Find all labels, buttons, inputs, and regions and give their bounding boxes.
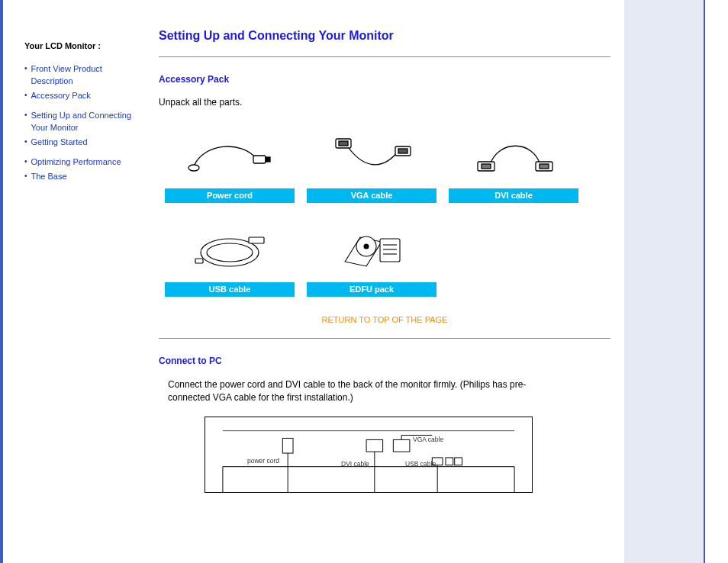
svg-rect-30 — [455, 458, 462, 465]
bullet-icon: • — [24, 171, 27, 182]
accessory-intro: Unpack all the parts. — [159, 97, 610, 108]
diagram-label-usb: USB cable — [405, 460, 436, 468]
sidebar-link[interactable]: Front View Product Description — [31, 63, 137, 88]
svg-rect-17 — [380, 239, 400, 262]
accessory-label: Power cord — [165, 188, 295, 203]
accessory-heading: Accessory Pack — [159, 74, 610, 85]
sidebar-item-accessory-pack[interactable]: • Accessory Pack — [24, 90, 137, 102]
svg-rect-6 — [398, 149, 407, 153]
accessory-power-cord: Power cord — [159, 123, 301, 203]
monitor-rear-diagram: power cord DVI cable VGA cable USB cable — [205, 417, 533, 493]
connect-text: Connect the power cord and DVI cable to … — [168, 378, 565, 404]
accessory-empty — [443, 217, 585, 297]
bullet-icon: • — [24, 90, 27, 101]
sidebar: Your LCD Monitor : • Front View Product … — [15, 21, 145, 563]
power-cord-icon — [180, 127, 279, 182]
edfu-pack-icon — [322, 221, 421, 276]
svg-rect-14 — [195, 259, 203, 263]
diagram-label-vga: VGA cable — [413, 436, 443, 443]
divider — [159, 56, 610, 57]
accessory-grid: Power cord VGA cable DVI cable — [159, 123, 610, 203]
svg-rect-2 — [266, 157, 270, 162]
return-to-top-link[interactable]: RETURN TO TOP OF THE PAGE — [159, 315, 610, 324]
sidebar-item-front-view[interactable]: • Front View Product Description — [24, 63, 137, 88]
accessory-label: EDFU pack — [307, 282, 436, 297]
accessory-edfu-pack: EDFU pack — [301, 217, 443, 297]
main-content: Setting Up and Connecting Your Monitor A… — [145, 21, 626, 563]
svg-rect-21 — [282, 438, 293, 453]
bullet-icon: • — [24, 156, 27, 168]
vga-cable-icon — [322, 127, 421, 182]
accessory-label: VGA cable — [307, 188, 436, 203]
svg-point-12 — [207, 243, 253, 262]
usb-cable-icon — [180, 221, 279, 276]
accessory-grid-2: USB cable EDFU pack — [159, 217, 610, 297]
svg-rect-25 — [393, 439, 410, 452]
accessory-usb-cable: USB cable — [159, 217, 301, 297]
page-title: Setting Up and Connecting Your Monitor — [159, 29, 610, 43]
svg-point-0 — [188, 165, 199, 171]
diagram-label-power: power cord — [247, 457, 279, 465]
dvi-cable-icon — [464, 127, 563, 182]
accessory-label: USB cable — [165, 282, 295, 297]
svg-rect-13 — [249, 237, 264, 243]
sidebar-title: Your LCD Monitor : — [24, 40, 137, 53]
bullet-icon: • — [24, 110, 27, 121]
accessory-dvi-cable: DVI cable — [443, 123, 585, 203]
sidebar-link[interactable]: Getting Started — [31, 137, 88, 149]
svg-rect-1 — [253, 156, 266, 163]
connect-heading: Connect to PC — [159, 355, 610, 366]
svg-point-16 — [364, 244, 369, 249]
svg-rect-10 — [540, 164, 549, 169]
divider — [159, 338, 610, 339]
sidebar-link[interactable]: Accessory Pack — [31, 90, 91, 102]
sidebar-link[interactable]: The Base — [31, 171, 67, 183]
accessory-vga-cable: VGA cable — [301, 123, 443, 203]
accessory-label: DVI cable — [449, 188, 578, 203]
svg-rect-9 — [482, 164, 491, 169]
sidebar-item-setting-up[interactable]: • Setting Up and Connecting Your Monitor — [24, 110, 137, 134]
sidebar-link[interactable]: Setting Up and Connecting Your Monitor — [31, 110, 137, 134]
sidebar-link[interactable]: Optimizing Performance — [31, 156, 121, 169]
bullet-icon: • — [24, 137, 27, 148]
svg-rect-5 — [339, 141, 348, 146]
svg-rect-23 — [366, 439, 383, 452]
svg-rect-29 — [446, 458, 453, 465]
bullet-icon: • — [24, 63, 27, 75]
sidebar-item-the-base[interactable]: • The Base — [24, 171, 137, 183]
sidebar-item-optimizing[interactable]: • Optimizing Performance — [24, 156, 137, 169]
diagram-label-dvi: DVI cable — [341, 460, 369, 468]
sidebar-item-getting-started[interactable]: • Getting Started — [24, 137, 137, 149]
